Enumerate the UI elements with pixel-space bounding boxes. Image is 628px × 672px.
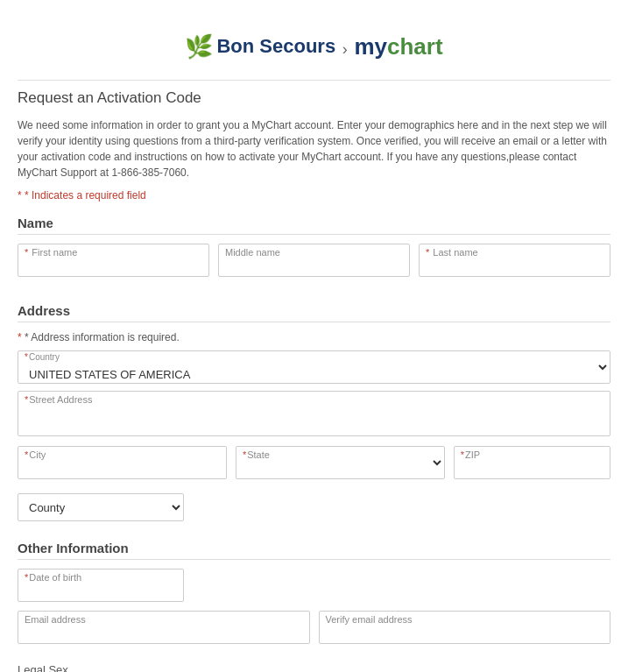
- middle-name-field: Middle name: [218, 244, 410, 277]
- leaf-icon: 🌿: [185, 35, 213, 58]
- chart-text: chart: [387, 33, 443, 60]
- last-name-field: * Last name: [419, 244, 610, 277]
- address-section-label: Address: [18, 303, 610, 322]
- street-address-input[interactable]: [18, 391, 610, 436]
- bon-secours-logo: 🌿 Bon Secours: [185, 35, 335, 58]
- zip-input[interactable]: [454, 446, 610, 479]
- county-row: County: [18, 493, 610, 521]
- required-note: * * Indicates a required field: [18, 189, 610, 202]
- mychart-logo: mychart: [354, 33, 442, 60]
- email-row: Email address Verify email address: [18, 611, 610, 651]
- dob-row: *Date of birth: [18, 569, 610, 602]
- first-name-input[interactable]: [18, 244, 209, 277]
- state-select[interactable]: [236, 446, 445, 479]
- email-field: Email address: [18, 611, 310, 644]
- verify-email-input[interactable]: [319, 611, 611, 644]
- first-name-field: * First name: [18, 244, 209, 277]
- page-title: Request an Activation Code: [18, 89, 610, 107]
- address-section: Address * * Address information is requi…: [18, 303, 610, 521]
- city-state-zip-row: *City *State *ZIP: [18, 446, 610, 486]
- name-row: * First name Middle name * Last name: [18, 244, 610, 284]
- verify-email-field: Verify email address: [319, 611, 611, 644]
- bon-secours-text: Bon Secours: [216, 35, 335, 58]
- zip-field: *ZIP: [454, 446, 610, 479]
- address-required-note: * * Address information is required.: [18, 331, 610, 343]
- country-select[interactable]: UNITED STATES OF AMERICA: [18, 350, 610, 384]
- county-select[interactable]: County: [18, 493, 184, 521]
- address-req-note-text: * Address information is required.: [25, 331, 180, 343]
- dob-field: *Date of birth: [18, 569, 184, 602]
- name-section: Name * First name Middle name * Last nam…: [18, 216, 610, 284]
- country-field: *Country UNITED STATES OF AMERICA: [18, 350, 610, 384]
- name-section-label: Name: [18, 216, 610, 235]
- other-section-label: Other Information: [18, 541, 610, 560]
- city-input[interactable]: [18, 446, 227, 479]
- logo-area: 🌿 Bon Secours › mychart: [18, 18, 610, 80]
- email-input[interactable]: [18, 611, 310, 644]
- middle-name-input[interactable]: [218, 244, 410, 277]
- street-address-field: *Street Address: [18, 391, 610, 439]
- state-field: *State: [236, 446, 445, 479]
- required-note-text: * Indicates a required field: [25, 189, 146, 202]
- other-section: Other Information *Date of birth Email a…: [18, 541, 610, 672]
- legal-sex-section: Legal Sex FemaleMaleUnknownPatient Refus…: [18, 663, 610, 672]
- dob-input[interactable]: [18, 569, 184, 602]
- legal-sex-label: Legal Sex: [18, 663, 610, 672]
- logo-arrow: ›: [342, 40, 348, 58]
- city-field: *City: [18, 446, 227, 479]
- my-text: my: [354, 33, 387, 60]
- addr-req-star: *: [18, 331, 22, 343]
- info-paragraph: We need some information in order to gra…: [18, 117, 610, 180]
- last-name-input[interactable]: [419, 244, 610, 277]
